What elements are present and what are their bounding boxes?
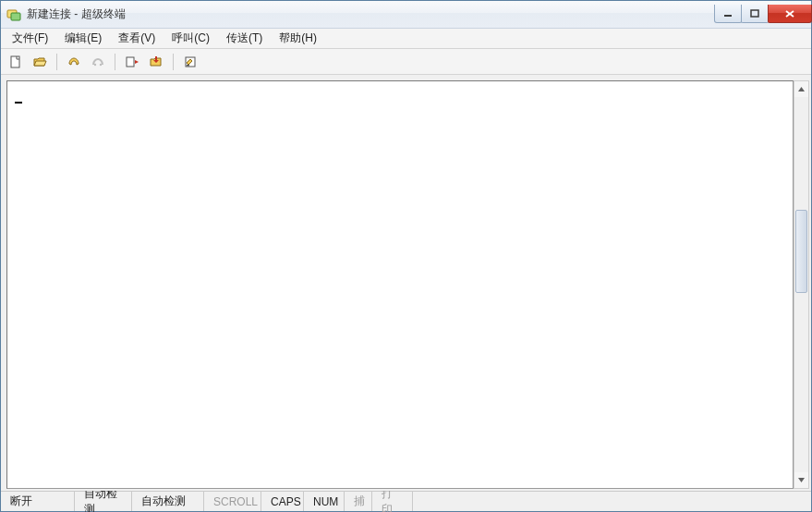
svg-marker-13	[798, 478, 805, 482]
app-icon	[6, 7, 21, 22]
maximize-icon	[750, 9, 759, 18]
svg-rect-9	[127, 57, 134, 67]
status-scroll: SCROLL	[204, 492, 261, 511]
disconnect-button[interactable]	[89, 53, 107, 71]
svg-rect-1	[11, 13, 20, 20]
svg-rect-6	[11, 56, 19, 67]
send-icon	[125, 55, 139, 69]
call-icon	[67, 55, 81, 69]
titlebar: 新建连接 - 超级终端	[1, 1, 811, 29]
status-connection: 断开	[1, 492, 75, 511]
status-label: 自动检测	[141, 494, 186, 509]
cursor-icon	[15, 102, 22, 104]
receive-button[interactable]	[147, 53, 165, 71]
toolbar-separator	[173, 54, 174, 70]
menu-edit[interactable]: 编辑(E)	[57, 29, 109, 48]
window-controls	[715, 5, 812, 23]
send-button[interactable]	[123, 53, 141, 71]
minimize-button[interactable]	[714, 5, 742, 23]
scroll-up-button[interactable]	[794, 81, 808, 97]
receive-icon	[149, 55, 164, 69]
svg-rect-11	[187, 65, 189, 67]
status-num: NUM	[304, 492, 345, 511]
status-print: 打印	[372, 492, 413, 511]
new-button[interactable]	[6, 53, 25, 71]
maximize-button[interactable]	[741, 5, 769, 23]
status-spacer	[413, 492, 811, 511]
status-label: 捕	[354, 494, 365, 509]
menu-file[interactable]: 文件(F)	[5, 29, 55, 48]
toolbar-separator	[56, 54, 57, 70]
toolbar	[1, 49, 811, 75]
properties-button[interactable]	[181, 53, 200, 71]
menu-view[interactable]: 查看(V)	[111, 29, 163, 48]
scroll-down-button[interactable]	[794, 472, 808, 488]
scroll-thumb[interactable]	[795, 210, 807, 293]
status-label: CAPS	[271, 495, 301, 508]
status-detect1: 自动检测	[75, 492, 132, 511]
vertical-scrollbar[interactable]	[794, 80, 809, 489]
terminal-pane[interactable]	[6, 80, 794, 489]
status-detect2: 自动检测	[132, 492, 204, 511]
status-capture: 捕	[345, 492, 372, 511]
new-icon	[8, 55, 23, 69]
close-button[interactable]	[768, 5, 812, 23]
window-title: 新建连接 - 超级终端	[27, 6, 126, 22]
svg-point-7	[94, 63, 96, 65]
status-caps: CAPS	[261, 492, 304, 511]
app-window: 新建连接 - 超级终端 文件(F) 编辑(E) 查看(V) 呼叫(C) 传送(T…	[0, 0, 812, 512]
terminal-content	[7, 81, 793, 488]
scroll-track[interactable]	[794, 97, 808, 472]
disconnect-icon	[91, 55, 105, 69]
chevron-down-icon	[797, 476, 806, 484]
chevron-up-icon	[797, 85, 806, 93]
menu-call[interactable]: 呼叫(C)	[164, 29, 217, 48]
client-area	[1, 75, 811, 491]
status-label: NUM	[313, 495, 338, 508]
properties-icon	[183, 55, 198, 69]
menubar: 文件(F) 编辑(E) 查看(V) 呼叫(C) 传送(T) 帮助(H)	[1, 29, 811, 49]
svg-marker-12	[798, 87, 805, 91]
svg-rect-2	[724, 15, 732, 17]
close-icon	[784, 9, 795, 18]
status-label: SCROLL	[213, 495, 258, 508]
minimize-icon	[723, 9, 733, 18]
open-icon	[32, 55, 47, 69]
open-button[interactable]	[30, 53, 49, 71]
menu-transfer[interactable]: 传送(T)	[219, 29, 270, 48]
call-button[interactable]	[65, 53, 83, 71]
menu-help[interactable]: 帮助(H)	[272, 29, 324, 48]
status-label: 断开	[10, 494, 32, 509]
client-row	[1, 75, 811, 491]
toolbar-separator	[115, 54, 115, 70]
svg-point-8	[100, 63, 102, 65]
svg-rect-3	[751, 10, 758, 17]
statusbar: 断开 自动检测 自动检测 SCROLL CAPS NUM 捕 打印	[1, 491, 811, 511]
